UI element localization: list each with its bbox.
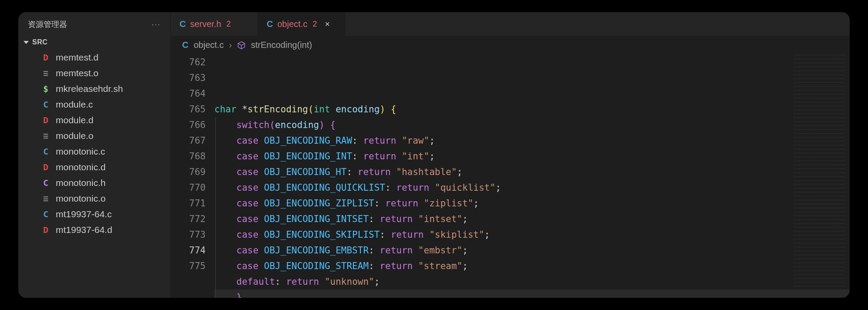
code-line[interactable]: case OBJ_ENCODING_STREAM: return "stream…	[214, 258, 850, 274]
file-item[interactable]: Dmt19937-64.d	[18, 222, 170, 238]
token	[374, 245, 380, 256]
code-line[interactable]: case OBJ_ENCODING_QUICKLIST: return "qui…	[214, 180, 850, 195]
tab-bar: Cserver.h2Cobject.c2×	[171, 12, 850, 36]
indent-guide	[215, 164, 216, 180]
token	[385, 229, 391, 240]
token: int	[314, 104, 330, 115]
token: ;	[429, 135, 435, 146]
file-name: module.c	[56, 99, 93, 110]
file-type-icon: ≡	[41, 131, 51, 141]
token	[391, 167, 397, 177]
token	[413, 245, 418, 256]
code-line[interactable]: case OBJ_ENCODING_EMBSTR: return "embstr…	[214, 243, 850, 258]
token: OBJ_ENCODING_STREAM	[264, 261, 369, 271]
file-type-icon: C	[41, 146, 51, 157]
file-item[interactable]: $mkreleasehdr.sh	[18, 81, 170, 97]
file-type-icon: D	[41, 162, 51, 172]
file-item[interactable]: Dmonotonic.d	[18, 159, 170, 175]
token	[214, 182, 237, 193]
line-number: 766	[171, 117, 206, 133]
token	[258, 214, 264, 224]
token	[214, 198, 237, 209]
code-editor[interactable]: 7627637647657667677687697707717727737747…	[171, 54, 850, 298]
code-line[interactable]: case OBJ_ENCODING_INTSET: return "intset…	[214, 211, 850, 227]
file-name: memtest.d	[56, 52, 98, 63]
file-item[interactable]: Dmodule.d	[18, 112, 170, 128]
token	[258, 135, 264, 146]
c-file-icon: C	[180, 19, 186, 29]
code-line[interactable]: }	[214, 290, 850, 298]
line-number: 763	[171, 70, 206, 86]
c-file-icon: C	[267, 19, 273, 29]
file-type-icon: D	[41, 52, 51, 63]
breadcrumb[interactable]: C object.c › strEncoding(int)	[171, 36, 850, 54]
token	[396, 135, 402, 146]
token: ;	[473, 198, 479, 209]
line-number: 762	[171, 54, 206, 70]
token	[281, 276, 286, 287]
code-line[interactable]: char *strEncoding(int encoding) {	[214, 101, 850, 117]
token	[424, 229, 430, 240]
file-name: memtest.o	[56, 68, 98, 78]
code-line[interactable]: case OBJ_ENCODING_RAW: return "raw";	[214, 133, 850, 148]
token: case	[237, 245, 259, 256]
code-line[interactable]: case OBJ_ENCODING_SKIPLIST: return "skip…	[214, 227, 850, 243]
code-line[interactable]: case OBJ_ENCODING_ZIPLIST: return "zipli…	[214, 195, 850, 211]
token: OBJ_ENCODING_INTSET	[264, 214, 369, 224]
tab-badge: 2	[312, 20, 317, 29]
token: :	[385, 182, 391, 193]
sidebar: 资源管理器 ··· SRC Dmemtest.d≡memtest.o$mkrel…	[18, 12, 171, 298]
code-line[interactable]: case OBJ_ENCODING_INT: return "int";	[214, 148, 850, 164]
file-type-icon: $	[41, 84, 51, 94]
tab[interactable]: Cobject.c2×	[258, 12, 345, 36]
file-item[interactable]: Cmonotonic.c	[18, 144, 170, 159]
token: :	[369, 214, 374, 224]
code-line[interactable]: switch(encoding) {	[214, 117, 850, 133]
token	[358, 135, 363, 146]
tab[interactable]: Cserver.h2	[171, 12, 258, 36]
file-type-icon: ≡	[41, 193, 51, 204]
file-item[interactable]: ≡memtest.o	[18, 65, 170, 81]
file-item[interactable]: Dmemtest.d	[18, 50, 170, 65]
file-item[interactable]: Cmt19937-64.c	[18, 206, 170, 222]
file-name: mt19937-64.c	[56, 209, 112, 219]
file-item[interactable]: Cmodule.c	[18, 97, 170, 112]
token: :	[352, 151, 358, 162]
token: switch	[237, 120, 270, 130]
token	[330, 104, 336, 115]
file-item[interactable]: ≡monotonic.o	[18, 191, 170, 206]
token: case	[237, 198, 259, 209]
token	[214, 292, 237, 298]
file-item[interactable]: Cmonotonic.h	[18, 175, 170, 191]
token	[374, 261, 380, 271]
token: OBJ_ENCODING_RAW	[264, 135, 352, 146]
token: :	[369, 261, 374, 271]
token: case	[237, 151, 259, 162]
token: "skiplist"	[429, 229, 484, 240]
token	[258, 151, 264, 162]
code-line[interactable]: case OBJ_ENCODING_HT: return "hashtable"…	[214, 164, 850, 180]
indent-guide	[215, 148, 216, 164]
line-number: 769	[171, 164, 206, 180]
code-line[interactable]: default: return "unknown";	[214, 274, 850, 290]
token	[429, 182, 435, 193]
line-number: 773	[171, 227, 206, 243]
token: {	[391, 104, 397, 115]
indent-guide	[215, 227, 216, 243]
more-icon[interactable]: ···	[152, 20, 161, 29]
token	[396, 151, 402, 162]
file-name: monotonic.d	[56, 162, 105, 172]
token: return	[396, 182, 429, 193]
folder-row[interactable]: SRC	[18, 36, 170, 50]
token: return	[286, 276, 319, 287]
token: "embstr"	[418, 245, 462, 256]
code-content[interactable]: char *strEncoding(int encoding) { switch…	[214, 54, 850, 298]
indent-guide	[215, 243, 216, 258]
token: char	[214, 104, 237, 115]
close-icon[interactable]: ×	[325, 19, 330, 29]
token: return	[358, 167, 391, 177]
token	[214, 135, 237, 146]
token: case	[237, 167, 259, 177]
file-name: mt19937-64.d	[56, 225, 112, 235]
file-item[interactable]: ≡module.o	[18, 128, 170, 144]
